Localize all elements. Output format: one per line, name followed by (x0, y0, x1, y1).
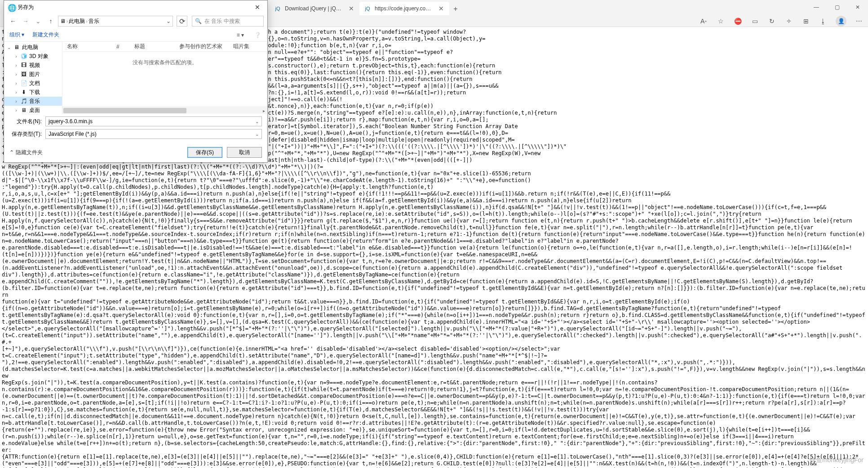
pc-icon: 🖥 (60, 18, 66, 24)
tree-label: 文档 (29, 80, 40, 87)
filename-label: 文件名(N): (9, 118, 42, 125)
file-pane: 名称 # 标题 参与创作的艺术家 唱片集 没有与搜索条件匹配的项。 ◂ ▸ (62, 42, 267, 114)
jquery-favicon: jQ (364, 5, 371, 12)
folder-icon: 🎵 (20, 98, 27, 104)
col-album[interactable]: 唱片集 (229, 43, 256, 50)
help-icon[interactable]: ❔ (253, 32, 262, 38)
back-button[interactable]: ← (8, 16, 18, 27)
tree-item[interactable]: ›🧊3D 对象 (4, 52, 62, 61)
save-button[interactable]: 保存(S) (187, 147, 222, 158)
col-artist[interactable]: 参与创作的艺术家 (175, 43, 229, 50)
chevron-right-icon[interactable]: › (14, 63, 18, 68)
dialog-titlebar: 🌐 另存为 ✕ (4, 0, 267, 14)
filetype-select[interactable]: JavaScript File (*.js) ⌄ (45, 129, 262, 139)
folder-icon: 🖥 (20, 107, 27, 113)
tab-jquery-code[interactable]: jQ https://code.jquery.com/jquery- ✕ (359, 2, 449, 15)
minimize-button[interactable]: — (806, 0, 827, 14)
recent-locations-dropdown[interactable]: ⌄ (33, 16, 44, 27)
collections-icon[interactable]: ▭ (750, 17, 759, 26)
horizontal-scrollbar[interactable]: ◂ ▸ (62, 107, 267, 114)
chevron-down-icon[interactable]: ⌄ (255, 132, 259, 137)
tree-item[interactable]: ›⬇下载 (4, 88, 62, 97)
adblock-icon[interactable]: ⛔ (733, 17, 742, 26)
tree-item[interactable]: ›🎞视频 (4, 61, 62, 70)
folder-icon: 🎞 (20, 62, 27, 68)
chevron-right-icon: › (86, 19, 87, 24)
chevron-right-icon[interactable]: › (14, 99, 18, 104)
filename-value: jquery-3.6.0.min.js (49, 118, 93, 125)
downloads-icon[interactable]: ⭳ (819, 17, 828, 26)
search-input[interactable]: 🔍 在 音乐 中搜索 (192, 16, 264, 27)
tree-label: 3D 对象 (29, 53, 49, 60)
chevron-right-icon: › (66, 19, 68, 24)
tab-label: https://code.jquery.com/jquery- (375, 5, 434, 12)
dialog-footer: ⌃ 隐藏文件夹 保存(S) 取消 (4, 144, 267, 162)
view-options-icon[interactable]: ≡ ▾ (236, 32, 245, 38)
close-icon[interactable]: ✕ (251, 1, 264, 13)
col-title[interactable]: 标题 (130, 43, 175, 50)
crumb-leaf[interactable]: 音乐 (89, 18, 99, 25)
chevron-down-icon[interactable]: ⌄ (255, 119, 259, 124)
profile-avatar[interactable]: 👤 (836, 16, 846, 27)
close-icon[interactable]: ✕ (438, 5, 445, 12)
forward-button[interactable]: → (20, 16, 31, 27)
folder-icon: 📄 (20, 80, 27, 86)
new-folder-button[interactable]: 新建文件夹 (32, 31, 59, 39)
empty-message: 没有与搜索条件匹配的项。 (62, 52, 267, 107)
col-track[interactable]: # (112, 44, 130, 50)
favorites-bar-icon[interactable]: ✧ (784, 17, 793, 26)
tree-label: 此电脑 (22, 44, 38, 51)
search-placeholder: 在 音乐 中搜索 (204, 18, 240, 25)
filetype-value: JavaScript File (*.js) (49, 131, 97, 137)
save-as-dialog: 🌐 另存为 ✕ ← → ⌄ ↑ 🖥 › 此电脑 › 音乐 ⌄ ⟳ 🔍 在 音乐 … (4, 0, 268, 163)
close-icon[interactable]: ✕ (348, 5, 355, 12)
tab-jquery-download[interactable]: jQ Download jQuery | jQuery ✕ (270, 2, 359, 15)
new-tab-button[interactable]: + (449, 3, 462, 15)
sync-icon[interactable]: ↻ (767, 17, 776, 26)
filetype-label: 保存类型(T): (9, 130, 42, 138)
chevron-right-icon[interactable]: › (14, 72, 18, 77)
tab-label: Download jQuery | jQuery (285, 5, 344, 12)
column-headers[interactable]: 名称 # 标题 参与创作的艺术家 唱片集 (62, 42, 267, 52)
maximize-button[interactable]: ▢ (827, 0, 847, 14)
tree-label: 下载 (29, 89, 40, 96)
crumb-root[interactable]: 此电脑 (69, 18, 85, 25)
hide-folders-toggle[interactable]: ⌃ 隐藏文件夹 (9, 149, 43, 156)
filename-input[interactable]: jquery-3.6.0.min.js ⌄ (45, 116, 262, 126)
chevron-down-icon[interactable]: ⌄ (7, 45, 11, 50)
watermark: 鲤鱼monkeyjingFor (810, 456, 864, 464)
dialog-title: 另存为 (18, 4, 251, 11)
chevron-right-icon[interactable]: › (14, 108, 18, 113)
tree-item[interactable]: ›📄文档 (4, 79, 62, 88)
folder-icon: 🧊 (20, 53, 27, 59)
refresh-button[interactable]: ⟳ (177, 16, 187, 27)
close-window-button[interactable]: ✕ (847, 0, 868, 14)
read-aloud-icon[interactable]: A» (699, 17, 708, 26)
tree-item[interactable]: ›🖼图片 (4, 70, 62, 79)
tree-label: 图片 (29, 71, 40, 78)
chevron-right-icon[interactable]: › (14, 81, 18, 86)
dialog-fields: 文件名(N): jquery-3.6.0.min.js ⌄ 保存类型(T): J… (4, 114, 267, 144)
folder-tree: ⌄ 🖥 此电脑 ›🧊3D 对象›🎞视频›🖼图片›📄文档›⬇下载›🎵音乐›🖥桌面›… (4, 42, 62, 114)
organize-menu[interactable]: 组织 ▾ (9, 31, 24, 39)
folder-icon: 🖼 (20, 71, 27, 77)
tree-this-pc[interactable]: ⌄ 🖥 此电脑 (4, 43, 62, 52)
favorite-icon[interactable]: ☆ (716, 17, 725, 26)
up-button[interactable]: ↑ (45, 16, 56, 27)
nav-row: ← → ⌄ ↑ 🖥 › 此电脑 › 音乐 ⌄ ⟳ 🔍 在 音乐 中搜索 (4, 14, 267, 28)
tree-item[interactable]: ›🎵音乐 (4, 97, 62, 106)
extensions-icon[interactable]: ⊞ (802, 17, 810, 26)
app-icon: 🌐 (8, 4, 15, 11)
chevron-right-icon[interactable]: › (14, 54, 18, 59)
dialog-toolbar: 组织 ▾ 新建文件夹 ≡ ▾ ❔ (4, 28, 267, 42)
cancel-button[interactable]: 取消 (227, 147, 262, 158)
more-icon[interactable]: ⋯ (855, 17, 864, 26)
chevron-right-icon[interactable]: › (14, 90, 18, 95)
tree-label: 音乐 (29, 98, 40, 105)
chevron-down-icon[interactable]: ⌄ (166, 18, 171, 24)
scroll-thumb[interactable] (63, 108, 186, 113)
scroll-right-icon[interactable]: ▸ (260, 107, 267, 114)
col-name[interactable]: 名称 (62, 43, 112, 50)
breadcrumb[interactable]: 🖥 › 此电脑 › 音乐 ⌄ (58, 16, 173, 27)
window-controls: — ▢ ✕ (806, 0, 868, 14)
